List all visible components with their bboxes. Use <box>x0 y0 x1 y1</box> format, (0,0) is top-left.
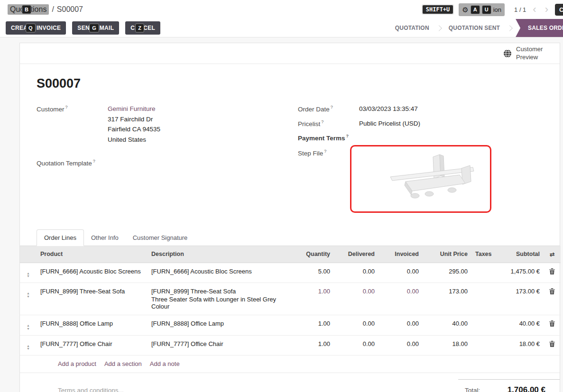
cell-delivered[interactable]: 0.00 <box>334 335 378 356</box>
unit-price-column-header[interactable]: Unit Price <box>423 246 471 263</box>
tab-customer-signature[interactable]: Customer Signature <box>126 230 195 246</box>
quantity-column-header[interactable]: Quantity <box>291 246 334 263</box>
order-date-value[interactable]: 03/03/2023 13:35:47 <box>359 104 418 114</box>
field-order-date: Order Date? 03/03/2023 13:35:47 <box>298 104 560 114</box>
description-column-header[interactable]: Description <box>148 246 291 263</box>
cell-subtotal: 173.00 € <box>494 283 544 315</box>
cell-unit-price[interactable]: 173.00 <box>423 283 471 315</box>
cell-delivered[interactable]: 0.00 <box>334 283 378 315</box>
cell-product[interactable]: [FURN_8999] Three-Seat Sofa <box>37 283 148 315</box>
delete-row-button[interactable] <box>544 283 561 315</box>
cell-taxes[interactable] <box>471 335 494 356</box>
delete-row-button[interactable] <box>544 315 561 336</box>
totals-block: Total: 1,706.00 € <box>458 379 560 392</box>
tab-other-info[interactable]: Other Info <box>84 230 126 246</box>
product-column-header[interactable]: Product <box>37 246 148 263</box>
step-file-preview[interactable] <box>350 145 491 213</box>
table-row[interactable]: ▲▼ [FURN_8888] Office Lamp [FURN_8888] O… <box>20 315 561 336</box>
terms-and-conditions-input[interactable]: Terms and conditions... <box>58 379 124 392</box>
order-date-label: Order Date? <box>298 104 359 114</box>
status-quotation[interactable]: QUOTATION <box>388 25 436 31</box>
cell-product[interactable]: [FURN_6666] Acoustic Bloc Screens <box>37 263 148 283</box>
delivered-column-header[interactable]: Delivered <box>334 246 378 263</box>
cell-quantity[interactable]: 1.00 <box>291 283 334 315</box>
drag-handle-icon: ▲▼ <box>27 324 30 330</box>
cell-description[interactable]: [FURN_8888] Office Lamp <box>148 315 291 336</box>
cell-unit-price[interactable]: 40.00 <box>423 315 471 336</box>
drag-handle[interactable]: ▲▼ <box>20 335 37 356</box>
status-sales-order[interactable]: SALES ORDER <box>516 19 563 37</box>
table-row[interactable]: ▲▼ [FURN_7777] Office Chair [FURN_7777] … <box>20 335 561 356</box>
cell-subtotal: 1,475.00 € <box>494 263 544 283</box>
table-row[interactable]: ▲▼ [FURN_6666] Acoustic Bloc Screens [FU… <box>20 263 561 283</box>
keyboard-hint-shift-u: SHIFT+U <box>422 4 454 15</box>
tab-order-lines[interactable]: Order Lines <box>37 229 84 246</box>
delete-row-button[interactable] <box>544 263 561 283</box>
cell-quantity[interactable]: 1.00 <box>291 315 334 336</box>
total-label: Total: <box>465 387 480 392</box>
table-row[interactable]: ▲▼ [FURN_8999] Three-Seat Sofa [FURN_899… <box>20 283 561 315</box>
drag-handle[interactable]: ▲▼ <box>20 263 37 283</box>
pricelist-value[interactable]: Public Pricelist (USD) <box>359 119 420 129</box>
customer-link[interactable]: Gemini Furniture <box>108 105 156 112</box>
pricelist-label: Pricelist? <box>298 119 359 129</box>
field-group: Customer? Gemini Furniture 317 Fairchild… <box>37 104 560 217</box>
sheet-footer: Terms and conditions... Total: 1,706.00 … <box>20 379 560 392</box>
drag-handle-icon: ▲▼ <box>27 272 30 278</box>
cell-product[interactable]: [FURN_7777] Office Chair <box>37 335 148 356</box>
cell-invoiced[interactable]: 0.00 <box>378 315 423 336</box>
customer-preview-button[interactable]: Customer Preview <box>503 46 546 61</box>
optional-columns-icon[interactable]: ⇄ <box>544 246 561 263</box>
add-a-section-link[interactable]: Add a section <box>104 360 142 367</box>
cell-delivered[interactable]: 0.00 <box>334 263 378 283</box>
cell-quantity[interactable]: 1.00 <box>291 335 334 356</box>
cell-invoiced[interactable]: 0.00 <box>378 335 423 356</box>
add-a-product-link[interactable]: Add a product <box>58 360 96 367</box>
pager-previous-icon[interactable]: ‹ <box>531 4 538 15</box>
cell-taxes[interactable] <box>471 315 494 336</box>
order-lines-table: Product Description Quantity Delivered I… <box>20 246 561 356</box>
cell-taxes[interactable] <box>471 263 494 283</box>
keyboard-hint-z: Z <box>135 24 144 33</box>
quotation-template-label: Quotation Template? <box>37 158 108 167</box>
help-icon: ? <box>331 105 333 109</box>
send-email-button[interactable]: SEND EMAIL G <box>72 21 119 35</box>
help-icon: ? <box>65 105 68 109</box>
cell-taxes[interactable] <box>471 283 494 315</box>
taxes-column-header[interactable]: Taxes <box>471 246 494 263</box>
handle-column-header <box>20 246 37 263</box>
page-content: Customer Preview S00007 Customer? Gemini… <box>0 37 563 392</box>
drag-handle[interactable]: ▲▼ <box>20 283 37 315</box>
subtotal-column-header[interactable]: Subtotal <box>494 246 544 263</box>
sheet-body: S00007 Customer? Gemini Furniture 317 Fa… <box>20 64 560 217</box>
cancel-button[interactable]: CANCEL Z <box>125 21 160 35</box>
cell-description[interactable]: [FURN_7777] Office Chair <box>148 335 291 356</box>
cell-subtotal: 40.00 € <box>494 315 544 336</box>
create-invoice-button[interactable]: CREATE INVOICE Q <box>6 21 66 35</box>
cell-quantity[interactable]: 5.00 <box>291 263 334 283</box>
action-menu-button[interactable]: ⚙ A U ion <box>459 3 505 16</box>
order-form-sheet: Customer Preview S00007 Customer? Gemini… <box>19 43 560 392</box>
add-a-note-link[interactable]: Add a note <box>150 360 180 367</box>
cell-product[interactable]: [FURN_8888] Office Lamp <box>37 315 148 336</box>
cell-description[interactable]: [FURN_6666] Acoustic Bloc Screens <box>148 263 291 283</box>
breadcrumb-quotations[interactable]: Quotations B <box>8 4 49 15</box>
invoiced-column-header[interactable]: Invoiced <box>378 246 423 263</box>
breadcrumb-separator: / <box>52 5 54 14</box>
cell-delivered[interactable]: 0.00 <box>334 315 378 336</box>
table-header-row: Product Description Quantity Delivered I… <box>20 246 561 263</box>
delete-row-button[interactable] <box>544 335 561 356</box>
cell-unit-price[interactable]: 295.00 <box>423 263 471 283</box>
statusbar: QUOTATION QUOTATION SENT SALES ORDER <box>388 19 563 37</box>
status-quotation-sent[interactable]: QUOTATION SENT <box>442 25 507 31</box>
help-icon: ? <box>346 134 349 138</box>
pager-next-icon[interactable]: › <box>543 4 550 15</box>
drag-handle-icon: ▲▼ <box>27 345 30 351</box>
cell-invoiced[interactable]: 0.00 <box>378 263 423 283</box>
help-icon: ? <box>93 159 95 164</box>
drag-handle[interactable]: ▲▼ <box>20 315 37 336</box>
cell-unit-price[interactable]: 18.00 <box>423 335 471 356</box>
cell-description[interactable]: [FURN_8999] Three-Seat Sofa Three Seater… <box>148 283 291 315</box>
help-icon: ? <box>324 149 326 154</box>
cell-invoiced[interactable]: 0.00 <box>378 283 423 315</box>
